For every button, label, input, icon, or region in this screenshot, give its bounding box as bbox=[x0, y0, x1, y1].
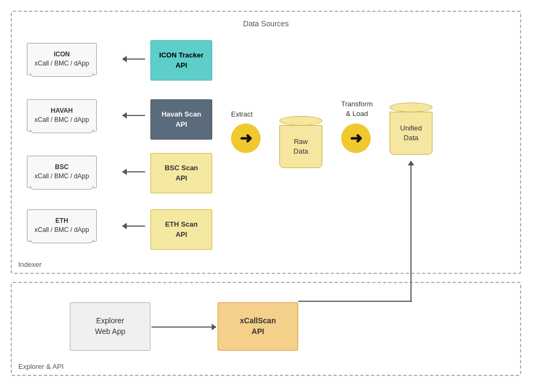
icon-tracker-label: ICON Tracker API bbox=[159, 50, 203, 70]
havah-scan-label: Havah Scan API bbox=[162, 110, 201, 129]
transform-arrow: ➜ bbox=[341, 124, 371, 153]
indexer-label: Indexer bbox=[18, 260, 41, 268]
bsc-scan-label: BSC Scan API bbox=[164, 163, 198, 183]
explorer-app-label: ExplorerWeb App bbox=[95, 316, 126, 337]
icon-tracker-api: ICON Tracker API bbox=[150, 40, 212, 81]
xcallscan-label: xCallScanAPI bbox=[240, 316, 276, 337]
bsc-src-name: BSC bbox=[55, 163, 68, 172]
explorer-to-xcall-arrow bbox=[152, 326, 216, 328]
explorer-web-app: ExplorerWeb App bbox=[70, 302, 150, 351]
raw-data-label: RawData bbox=[293, 137, 308, 156]
havah-src-desc: xCall / BMC / dApp bbox=[34, 115, 89, 125]
icon-source-box: ICON xCall / BMC / dApp bbox=[27, 43, 97, 75]
explorer-label: Explorer & API bbox=[18, 362, 64, 371]
havah-source-box: HAVAH xCall / BMC / dApp bbox=[27, 99, 97, 132]
eth-src-desc: xCall / BMC / dApp bbox=[34, 226, 89, 235]
eth-scan-label: ETH Scan API bbox=[165, 220, 198, 239]
eth-src-name: ETH bbox=[55, 216, 68, 226]
unified-data-cylinder: UnifiedData bbox=[390, 102, 432, 155]
extract-arrow: ➜ bbox=[231, 124, 261, 153]
bsc-source-box: BSC xCall / BMC / dApp bbox=[27, 156, 97, 188]
bsc-scan-api: BSC Scan API bbox=[150, 153, 212, 193]
elbow-horizontal bbox=[298, 301, 412, 302]
icon-arrow bbox=[122, 59, 145, 60]
icon-src-name: ICON bbox=[54, 50, 70, 59]
eth-arrow bbox=[122, 226, 145, 227]
raw-data-cylinder: RawData bbox=[279, 115, 322, 168]
havah-src-name: HAVAH bbox=[51, 106, 73, 115]
eth-source-box: ETH xCall / BMC / dApp bbox=[27, 209, 97, 242]
data-sources-label: Data Sources bbox=[243, 19, 289, 28]
diagram-wrapper: Data Sources Indexer Explorer & API ICON… bbox=[0, 0, 548, 392]
elbow-vertical bbox=[410, 161, 412, 301]
eth-scan-api: ETH Scan API bbox=[150, 209, 212, 250]
havah-scan-api: Havah Scan API bbox=[150, 99, 212, 140]
havah-arrow bbox=[122, 115, 145, 116]
unified-data-label: UnifiedData bbox=[400, 124, 422, 143]
transform-label: Transform& Load bbox=[341, 99, 373, 119]
bsc-src-desc: xCall / BMC / dApp bbox=[34, 172, 89, 181]
xcallscan-api: xCallScanAPI bbox=[218, 302, 298, 351]
bsc-arrow bbox=[122, 171, 145, 172]
icon-src-desc: xCall / BMC / dApp bbox=[34, 59, 89, 68]
extract-label: Extract bbox=[231, 110, 253, 118]
